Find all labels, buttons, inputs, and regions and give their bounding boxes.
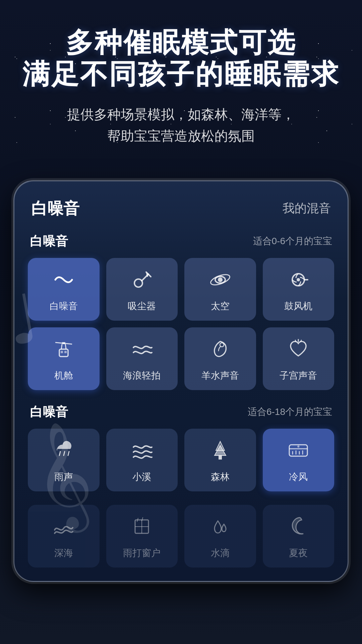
phone-mockup: 白噪音 我的混音 白噪音 适合0-6个月的宝宝 白噪音 <box>13 180 349 582</box>
svg-point-6 <box>297 278 300 281</box>
deep-sea-icon <box>52 515 75 541</box>
fan-icon <box>287 268 310 294</box>
sub-title: 提供多种场景模拟，如森林、海洋等，帮助宝宝营造放松的氛围 <box>20 104 342 147</box>
section2-grid: 雨声 小溪 <box>28 429 334 491</box>
sound-item-forest[interactable]: 森林 <box>184 429 256 491</box>
section1-grid: 白噪音 吸尘器 <box>28 258 334 390</box>
sound-item-cabin[interactable]: 机舱 <box>28 327 100 390</box>
top-section: 多种催眠模式可选满足不同孩子的睡眠需求 提供多种场景模拟，如森林、海洋等，帮助宝… <box>0 0 362 167</box>
sound-item-rain[interactable]: 雨声 <box>28 429 100 491</box>
uterus-icon <box>287 337 310 364</box>
sound-item-vacuum[interactable]: 吸尘器 <box>106 258 178 321</box>
sound-item-deep-sea[interactable]: 深海 <box>28 505 100 568</box>
svg-rect-7 <box>59 349 68 357</box>
cool-wind-icon: ❄ <box>287 439 310 465</box>
svg-rect-23 <box>219 455 222 460</box>
waves-label: 海浪轻拍 <box>123 369 161 382</box>
section2-title: 白噪音 <box>30 404 68 421</box>
white-noise-label: 白噪音 <box>50 300 78 313</box>
white-noise-icon <box>52 268 75 294</box>
cool-wind-label: 冷风 <box>289 471 308 483</box>
svg-rect-11 <box>62 342 65 344</box>
space-label: 太空 <box>211 300 230 313</box>
svg-line-1 <box>147 273 147 277</box>
section2-header: 白噪音 适合6-18个月的宝宝 <box>28 404 334 421</box>
svg-line-10 <box>65 344 66 349</box>
sound-item-stream[interactable]: 小溪 <box>106 429 178 491</box>
svg-line-20 <box>68 451 69 455</box>
my-mix-button[interactable]: 我的混音 <box>283 200 331 217</box>
stream-icon <box>130 439 154 465</box>
sound-item-rain-window[interactable]: 雨打窗户 <box>106 505 178 568</box>
section2-subtitle: 适合6-18个月的宝宝 <box>248 406 332 418</box>
vacuum-icon <box>130 268 154 294</box>
sound-item-fan[interactable]: 鼓风机 <box>263 258 335 321</box>
sound-item-amniotic[interactable]: 羊水声音 <box>184 327 256 390</box>
forest-icon <box>208 439 232 465</box>
forest-label: 森林 <box>211 471 230 483</box>
section3-grid: 深海 雨打窗户 <box>28 505 334 568</box>
app-title: 白噪音 <box>31 198 79 219</box>
svg-line-19 <box>64 451 65 455</box>
deep-sea-label: 深海 <box>54 547 73 559</box>
section1-header: 白噪音 适合0-6个月的宝宝 <box>28 233 334 250</box>
stream-label: 小溪 <box>132 471 151 483</box>
section-6-18months: 白噪音 适合6-18个月的宝宝 雨声 <box>28 404 334 491</box>
svg-point-4 <box>218 277 223 282</box>
water-drops-icon <box>208 515 232 541</box>
svg-point-14 <box>220 343 224 347</box>
phone-container: ♩ 𝄞 白噪音 我的混音 白噪音 适合0-6个月的宝宝 <box>13 180 349 582</box>
uterus-label: 子宫声音 <box>280 369 317 382</box>
app-header: 白噪音 我的混音 <box>28 198 334 219</box>
svg-text:❄: ❄ <box>297 445 300 448</box>
sound-item-summer-night[interactable]: 夏夜 <box>263 505 335 568</box>
amniotic-label: 羊水声音 <box>201 369 239 382</box>
sound-item-space[interactable]: 太空 <box>184 258 256 321</box>
section1-subtitle: 适合0-6个月的宝宝 <box>253 235 332 248</box>
cabin-icon <box>52 337 75 364</box>
water-drops-label: 水滴 <box>211 547 230 559</box>
sound-item-waves[interactable]: 海浪轻拍 <box>106 327 178 390</box>
svg-rect-13 <box>64 351 67 353</box>
amniotic-icon <box>208 337 232 364</box>
svg-rect-12 <box>61 351 63 353</box>
rain-icon <box>52 439 75 465</box>
cabin-label: 机舱 <box>54 369 73 382</box>
sound-item-water-drops[interactable]: 水滴 <box>184 505 256 568</box>
summer-night-icon <box>287 515 310 541</box>
sound-item-uterus[interactable]: 子宫声音 <box>263 327 335 390</box>
space-icon <box>208 268 232 294</box>
rain-window-label: 雨打窗户 <box>123 547 161 559</box>
section-0-6months: 白噪音 适合0-6个月的宝宝 白噪音 <box>28 233 334 390</box>
sound-item-cool-wind[interactable]: ❄ 冷风 <box>263 429 335 491</box>
svg-line-18 <box>59 451 60 455</box>
section1-title: 白噪音 <box>30 233 68 250</box>
main-title: 多种催眠模式可选满足不同孩子的睡眠需求 <box>20 27 342 90</box>
sound-item-white-noise[interactable]: 白噪音 <box>28 258 100 321</box>
waves-icon <box>130 337 154 364</box>
fan-label: 鼓风机 <box>284 300 312 313</box>
svg-line-9 <box>61 344 62 349</box>
summer-night-label: 夏夜 <box>289 547 308 559</box>
rain-window-icon <box>130 515 154 541</box>
vacuum-label: 吸尘器 <box>128 300 156 313</box>
svg-point-0 <box>134 279 142 287</box>
rain-label: 雨声 <box>54 471 73 483</box>
